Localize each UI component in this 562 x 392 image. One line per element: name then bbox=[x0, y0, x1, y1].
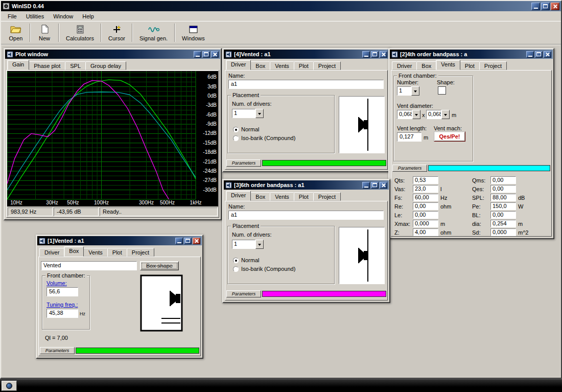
volume-label[interactable]: Volume: bbox=[46, 280, 67, 286]
param-value[interactable]: 0,00 bbox=[490, 211, 516, 219]
dropdown-arrow-icon[interactable] bbox=[255, 109, 264, 118]
shape-square-icon[interactable] bbox=[438, 86, 446, 95]
vent-length-input[interactable]: 0,127 bbox=[397, 132, 421, 142]
signal-gen-button[interactable]: Signal gen. bbox=[135, 23, 172, 42]
tab-project[interactable]: Project bbox=[313, 61, 341, 70]
minimize-button[interactable] bbox=[362, 51, 370, 58]
tab-vents[interactable]: Vents bbox=[270, 192, 294, 201]
param-value[interactable]: 0,53 bbox=[413, 176, 438, 184]
calculators-button[interactable]: Calculators bbox=[61, 23, 99, 42]
dropdown-arrow-icon[interactable] bbox=[441, 110, 450, 119]
tuning-freq-input[interactable]: 45,38 bbox=[46, 309, 78, 318]
restore-button[interactable] bbox=[371, 51, 379, 58]
tab-project[interactable]: Project bbox=[313, 192, 341, 201]
main-titlebar[interactable]: WinISD 0.44 bbox=[1, 1, 561, 11]
tab-plot[interactable]: Plot bbox=[294, 61, 314, 70]
tab-plot[interactable]: Plot bbox=[107, 248, 127, 257]
tab-group-delay[interactable]: Group delay bbox=[85, 61, 126, 70]
param-value[interactable]: 150,0 bbox=[490, 202, 516, 210]
isobarik-radio[interactable]: Iso-barik (Compound) bbox=[233, 266, 295, 272]
name-input[interactable]: a1 bbox=[228, 80, 384, 89]
parameters-button[interactable]: Parameters bbox=[40, 347, 75, 354]
name-input[interactable]: a1 bbox=[228, 211, 384, 220]
number-dropdown[interactable]: 1 bbox=[397, 86, 419, 96]
plot-window-titlebar[interactable]: Plot window bbox=[5, 50, 220, 59]
volume-input[interactable]: 56,6 bbox=[46, 287, 78, 296]
num-drivers-dropdown[interactable]: 1 bbox=[232, 109, 264, 118]
tab-driver[interactable]: Driver bbox=[226, 191, 251, 201]
close-button[interactable] bbox=[193, 238, 200, 244]
restore-button[interactable] bbox=[371, 182, 379, 189]
tab-vents[interactable]: Vents bbox=[436, 60, 460, 70]
taskbar-start-button[interactable] bbox=[2, 381, 17, 391]
parameters-button[interactable]: Parameters bbox=[226, 290, 261, 297]
dropdown-arrow-icon[interactable] bbox=[255, 240, 264, 249]
open-button[interactable]: Open bbox=[4, 23, 28, 42]
param-value[interactable]: 0,00 bbox=[413, 211, 438, 219]
box-shape-button[interactable]: Box shape bbox=[140, 261, 179, 270]
param-value[interactable]: 0,000 bbox=[490, 228, 516, 236]
tuning-freq-label[interactable]: Tuning freq.: bbox=[46, 302, 78, 308]
parameters-button[interactable]: Parameters bbox=[392, 165, 427, 172]
tab-box[interactable]: Box bbox=[250, 61, 270, 70]
vented4-titlebar[interactable]: [4]Vented : a1 bbox=[224, 50, 389, 59]
minimize-button[interactable] bbox=[531, 3, 540, 10]
close-button[interactable] bbox=[544, 51, 551, 58]
normal-radio[interactable]: Normal bbox=[233, 126, 259, 132]
param-value[interactable]: 0,000 bbox=[413, 220, 438, 227]
minimize-button[interactable] bbox=[175, 238, 183, 244]
windows-button[interactable]: Windows bbox=[177, 23, 209, 42]
vent-d2-dropdown[interactable]: 0,068 bbox=[426, 110, 450, 119]
box-type-input[interactable]: Vented bbox=[41, 261, 137, 270]
cursor-button[interactable]: Cursor bbox=[104, 23, 130, 42]
param-value[interactable]: 88,00 bbox=[490, 194, 516, 201]
param-value[interactable]: 0,00 bbox=[490, 176, 516, 184]
normal-radio[interactable]: Normal bbox=[233, 257, 259, 263]
new-button[interactable]: New bbox=[33, 23, 56, 42]
restore-button[interactable] bbox=[202, 51, 210, 58]
bandpass2-titlebar[interactable]: [2]4th order bandpass : a bbox=[390, 50, 553, 59]
vent-mach-warning-button[interactable]: Qes/Pe! bbox=[434, 131, 465, 142]
tab-plot[interactable]: Plot bbox=[460, 61, 480, 70]
param-value[interactable]: 23,0 bbox=[413, 185, 438, 193]
tab-box[interactable]: Box bbox=[416, 61, 436, 70]
tab-box[interactable]: Box bbox=[64, 246, 84, 257]
num-drivers-dropdown[interactable]: 1 bbox=[232, 240, 264, 249]
param-value[interactable]: 0,254 bbox=[490, 220, 516, 227]
tab-driver[interactable]: Driver bbox=[392, 61, 417, 70]
menu-window[interactable]: Window bbox=[49, 12, 78, 21]
dropdown-arrow-icon[interactable] bbox=[411, 86, 419, 96]
tab-project[interactable]: Project bbox=[479, 61, 507, 70]
param-value[interactable]: 4,00 bbox=[413, 228, 438, 236]
tab-driver[interactable]: Driver bbox=[226, 60, 251, 70]
restore-button[interactable] bbox=[535, 51, 543, 58]
tab-vents[interactable]: Vents bbox=[270, 61, 294, 70]
tab-driver[interactable]: Driver bbox=[39, 248, 64, 257]
param-value[interactable]: 0,00 bbox=[413, 202, 438, 210]
minimize-button[interactable] bbox=[362, 182, 370, 189]
vented1-titlebar[interactable]: [1]Vented : a1 bbox=[37, 236, 202, 245]
parameters-button[interactable]: Parameters bbox=[226, 159, 261, 167]
menu-file[interactable]: File bbox=[3, 12, 21, 21]
isobarik-radio[interactable]: Iso-barik (Compound) bbox=[233, 135, 295, 141]
close-button[interactable] bbox=[551, 3, 559, 10]
close-button[interactable] bbox=[380, 182, 387, 189]
close-button[interactable] bbox=[380, 51, 387, 58]
tab-gain[interactable]: Gain bbox=[7, 60, 29, 70]
menu-utilities[interactable]: Utilities bbox=[21, 12, 49, 21]
maximize-button[interactable] bbox=[541, 3, 550, 10]
gain-chart[interactable]: 6dB3dB0dB-3dB-6dB-9dB-12dB-15dB-18dB-21d… bbox=[7, 71, 218, 206]
close-button[interactable] bbox=[211, 51, 219, 58]
tab-project[interactable]: Project bbox=[127, 248, 154, 257]
minimize-button[interactable] bbox=[526, 51, 534, 58]
param-value[interactable]: 60,00 bbox=[413, 194, 438, 201]
minimize-button[interactable] bbox=[194, 51, 201, 58]
tab-vents[interactable]: Vents bbox=[83, 248, 108, 257]
menu-help[interactable]: Help bbox=[78, 12, 99, 21]
param-value[interactable]: 0,00 bbox=[490, 185, 516, 193]
restore-button[interactable] bbox=[184, 238, 192, 244]
dropdown-arrow-icon[interactable] bbox=[412, 110, 420, 119]
tab-box[interactable]: Box bbox=[250, 192, 270, 201]
bandpass3-titlebar[interactable]: [3]6th order bandpass : a1 bbox=[224, 180, 389, 190]
tab-spl[interactable]: SPL bbox=[65, 61, 86, 70]
